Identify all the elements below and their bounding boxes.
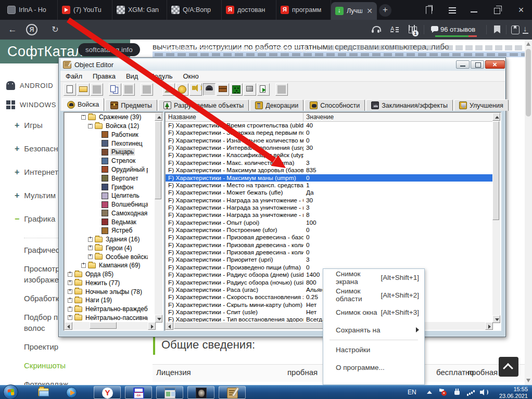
scroll-up-button[interactable] (492, 113, 500, 121)
tree-item[interactable]: Целитель (65, 191, 148, 200)
taskbar-button[interactable] (58, 386, 85, 399)
minimize-button[interactable] (456, 60, 470, 69)
tree-item[interactable]: + Нежить (77) (65, 279, 148, 288)
browser-menu-icon[interactable] (447, 5, 458, 15)
close-button[interactable] (485, 60, 505, 69)
tree-item[interactable]: − Войска (12) (65, 122, 148, 131)
property-row[interactable]: F) Характеристики - Призовая древесина -… (166, 249, 493, 256)
taskbar-button[interactable] (94, 386, 121, 399)
action-center-flag-icon[interactable] (438, 388, 448, 397)
property-row[interactable]: F) Характеристики - Время строительства … (166, 122, 493, 129)
editor-tab[interactable]: Декорации (250, 99, 303, 111)
editor-tab[interactable]: Войска (62, 98, 104, 111)
taskbar-button[interactable] (125, 386, 152, 399)
context-menu-item[interactable]: Снимок области [Alt+Shift+2] (323, 287, 424, 304)
tree-item[interactable]: + Наги (19) (65, 296, 148, 305)
browser-tab[interactable]: программ (276, 0, 331, 20)
column-header-name[interactable]: Название (166, 113, 303, 121)
tree-item[interactable]: Самоходная (65, 209, 148, 217)
tree-item[interactable]: Грифон (65, 183, 148, 191)
property-row[interactable]: F) Характеристики - Изначальное количест… (166, 137, 493, 144)
scroll-down-button[interactable] (155, 315, 162, 323)
toolbar-button[interactable] (64, 83, 76, 96)
expand-toggle-icon[interactable]: − (81, 115, 86, 120)
property-row[interactable]: F) Характеристики - Опыт (upoi) 100 (166, 219, 493, 226)
toolbar-button[interactable] (109, 83, 121, 96)
toolbar-button[interactable] (91, 83, 103, 96)
headphones-icon[interactable] (371, 24, 381, 35)
editor-tab[interactable]: Заклинания/эффекты (366, 99, 453, 111)
editor-tab[interactable]: Предметы (105, 99, 157, 111)
start-button[interactable] (3, 384, 18, 399)
editor-tab[interactable]: Разрушаемые объекты (158, 99, 249, 111)
tree-item[interactable]: Стрелок (65, 157, 148, 165)
expand-toggle-icon[interactable]: + (68, 272, 72, 277)
scroll-to-top-button[interactable] (499, 357, 518, 377)
reviews-count[interactable]: 96 отзывов (440, 25, 475, 33)
address-page-title[interactable]: Лучшие программы для скриншотов под... (164, 44, 312, 53)
toolbar-button[interactable] (122, 83, 135, 96)
expand-sign-icon[interactable]: + (15, 191, 19, 200)
property-row[interactable]: F) Характеристики - Классификация войск … (166, 151, 493, 159)
power-plug-icon[interactable] (453, 388, 462, 397)
scroll-right-button[interactable] (148, 322, 156, 330)
list-vertical-scrollbar[interactable] (492, 113, 500, 323)
downloads-icon[interactable] (522, 24, 530, 35)
expand-toggle-icon[interactable]: + (68, 298, 72, 303)
menu-item[interactable]: Модуль (143, 72, 178, 80)
bookmarks-panel-icon[interactable] (424, 5, 435, 15)
property-row[interactable]: F) Характеристики - Может бежать (ufle) … (166, 189, 493, 196)
tray-expand-icon[interactable] (427, 391, 432, 394)
page-scrollbar[interactable] (525, 40, 532, 385)
toolbar-button[interactable] (275, 83, 288, 96)
refresh-button[interactable]: ↻ (49, 24, 61, 35)
tree-horizontal-scrollbar[interactable] (65, 322, 156, 330)
scrollbar-thumb[interactable] (492, 121, 499, 220)
property-row[interactable]: F) Характеристики - Макс. количество (um… (166, 159, 493, 166)
toolbar-button[interactable] (244, 83, 256, 96)
context-menu-item[interactable]: Настройки (323, 341, 424, 359)
browser-close-button[interactable]: × (515, 5, 527, 15)
toolbar-button[interactable] (203, 83, 216, 96)
bookmark-flag-icon[interactable] (492, 24, 502, 35)
expand-toggle-icon[interactable]: + (68, 307, 72, 312)
property-row[interactable]: F) Характеристики - Построение (ufor) 0 (166, 226, 493, 234)
reader-mode-icon[interactable] (389, 24, 400, 35)
expand-sign-icon[interactable]: + (15, 168, 19, 177)
menu-item[interactable]: Файл (60, 72, 87, 80)
sidebar-subitem[interactable]: Проектир (24, 341, 68, 352)
browser-tab[interactable]: (7) YouTu (58, 0, 112, 20)
browser-minimize-button[interactable] (468, 5, 480, 15)
tree-item[interactable]: + Нейтрально-враждебны (65, 305, 148, 314)
tree-item[interactable]: Ведьмак (65, 217, 148, 226)
property-row[interactable]: F) Характеристики - Задержка перед первы… (166, 129, 493, 136)
property-row[interactable]: F) Характеристики - Призовая древесина -… (166, 234, 493, 241)
property-row[interactable]: F) Характеристики - Призовая древесина -… (166, 241, 493, 249)
tree-item[interactable]: Пехотинец (65, 139, 148, 148)
tree-item[interactable]: Вертолет (65, 174, 148, 183)
tree-item[interactable]: Ястреб (65, 226, 148, 235)
maximize-button[interactable] (471, 60, 484, 69)
tree-item[interactable]: + Здания (16) (65, 235, 148, 244)
scroll-down-button[interactable] (492, 315, 500, 323)
sidebar-subitem[interactable]: Скриншоты (24, 360, 68, 371)
property-row[interactable]: F) Характеристики - Награда за уничтожен… (166, 211, 493, 218)
tree-item[interactable]: + Нейтрально-пассивные (65, 314, 148, 323)
property-row[interactable]: F) Характеристики - Награда за уничтожен… (166, 197, 493, 204)
scrollbar-thumb[interactable] (155, 121, 161, 199)
toolbar-button[interactable] (176, 83, 188, 96)
menu-item[interactable]: Вид (121, 72, 144, 80)
expand-toggle-icon[interactable]: + (88, 254, 93, 259)
scroll-up-button[interactable] (155, 113, 162, 121)
expand-toggle-icon[interactable]: + (68, 315, 72, 320)
toolbar-button[interactable] (230, 83, 243, 96)
tree-item[interactable]: + Особые войска ( (65, 252, 148, 261)
scroll-left-button[interactable] (65, 322, 72, 330)
browser-tab[interactable]: Лучши ✕ (331, 2, 377, 20)
toolbar-button[interactable] (141, 83, 153, 96)
expand-sign-icon[interactable]: + (15, 144, 19, 153)
column-header-value[interactable]: Значение (303, 113, 493, 121)
property-row[interactable]: F) Характеристики - Место на трансп. сре… (166, 182, 493, 189)
scrollbar-up-icon[interactable] (526, 42, 530, 46)
scrollbar-thumb[interactable] (526, 49, 531, 117)
